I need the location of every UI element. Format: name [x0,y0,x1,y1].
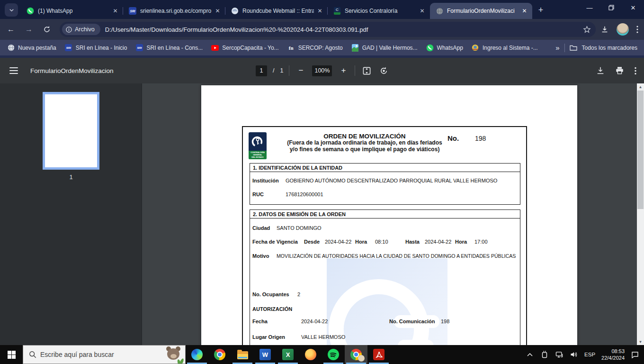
tab-close-icon[interactable]: ✕ [111,7,119,15]
forward-button[interactable]: → [22,22,36,36]
form-subtitle-2: y/o fines de semana o que implique el pa… [272,146,457,153]
file-scheme-chip[interactable]: Archivo [62,24,100,35]
tray-volume-icon[interactable] [570,350,578,359]
taskbar-excel[interactable]: X [277,345,299,364]
tab-search-button[interactable] [5,3,18,17]
bookmarks-overflow-button[interactable]: » [555,44,559,52]
tray-language[interactable]: ESP [584,352,595,357]
maximize-button[interactable] [600,0,622,15]
bookmark-sercop-agosto[interactable]: fn SERCOP: Agosto [283,42,347,54]
taskbar-firefox[interactable] [299,345,322,364]
pdf-download-icon[interactable] [596,66,605,75]
bookmarks-right: » Todos los marcadores [555,44,644,52]
bookmark-sri-inicio[interactable]: SRI SRI en Línea - Inicio [61,42,132,54]
taskbar-chrome[interactable] [208,345,231,364]
taskbar-file-explorer[interactable] [231,345,254,364]
ruc-label: RUC [252,191,264,197]
tab-close-icon[interactable]: ✕ [214,7,222,15]
desde-value: 2024-04-22 [325,239,351,245]
bookmark-ingreso-sistema[interactable]: Ingreso al Sistema -... [467,42,542,54]
taskbar-word[interactable]: W [254,345,277,364]
reload-button[interactable] [40,22,54,36]
section-datos-emision: 2. DATOS DE EMISIÓN DE LA ORDEN Ciudad S… [250,209,520,345]
globe-icon [436,7,443,15]
close-window-button[interactable]: ✕ [622,0,644,15]
taskbar-acrobat[interactable] [367,345,390,364]
tray-chevron-up-icon[interactable] [526,350,534,359]
tray-network-icon[interactable] [555,350,564,359]
fit-page-icon [362,66,371,75]
bookmark-gad-valle-hermoso[interactable]: GAD | Valle Hermos... [347,42,422,54]
taskbar-edge[interactable] [186,345,208,364]
taskbar-chrome-active[interactable] [345,345,367,364]
back-button[interactable]: ← [4,22,18,36]
tab-close-icon[interactable]: ✕ [418,7,426,15]
ciudad-value: SANTO DOMINGO [277,225,322,231]
hora2-label: Hora [455,239,467,245]
scrollbar-thumb[interactable] [637,91,644,209]
comunicacion-value: 198 [441,318,449,324]
page-number-input[interactable]: 1 [256,65,267,76]
tab-sri[interactable]: SRI srienlinea.sri.gob.ec/compro ✕ [123,3,225,19]
ocupantes-label: No. Ocupantes [252,291,289,297]
folder-icon [570,44,577,52]
address-right-actions [600,23,638,36]
zoom-out-button[interactable]: − [295,65,306,76]
profile-badge [358,355,365,362]
page-thumbnail[interactable] [43,92,99,170]
bookmark-whatsapp[interactable]: WhatsApp [422,42,467,54]
tab-contraloria[interactable]: C Servicios Contraloría ✕ [328,3,430,19]
tab-formulario-active[interactable]: FormularioOrdenMovilizaci ✕ [430,3,532,19]
all-bookmarks-button[interactable]: Todos los marcadores [582,45,637,51]
chrome-icon [214,349,225,360]
bookmark-label: Ingreso al Sistema -... [483,45,538,51]
bookmark-star-icon[interactable] [583,26,591,34]
start-button[interactable] [0,345,23,364]
new-tab-button[interactable]: + [534,3,547,17]
tab-close-icon[interactable]: ✕ [316,7,324,15]
tab-label: srienlinea.sri.gob.ec/compro [140,8,212,14]
restore-icon [608,5,614,10]
tab-whatsapp[interactable]: (1) WhatsApp ✕ [21,3,123,19]
form-number-value: 198 [475,135,486,142]
tab-roundcube[interactable]: Roundcube Webmail :: Entra ✕ [225,3,328,19]
profile-avatar[interactable] [617,23,629,36]
page-separator: / [273,67,274,74]
bookmark-sri-consultas[interactable]: SRI SRI en Línea - Cons... [131,42,207,54]
tray-device-icon[interactable] [540,350,549,359]
pdf-more-icon[interactable] [635,67,636,75]
bookmark-sercopcapacita[interactable]: SercopCapacita - Yo... [207,42,283,54]
sri-icon: SRI [135,44,143,52]
chip-label: Archivo [75,26,95,33]
pdf-menu-icon[interactable] [9,67,18,74]
form-title-block: ORDEN DE MOVILIZACIÓN (Fuera de la jorna… [272,133,457,153]
search-daily-animal-image[interactable] [163,346,185,364]
rotate-button[interactable] [378,65,389,76]
zoom-in-button[interactable]: + [338,65,349,76]
bookmark-label: SRI en Línea - Cons... [146,45,203,51]
tab-label: Servicios Contraloría [345,8,416,14]
pdf-print-icon[interactable] [615,66,624,75]
tray-clock[interactable]: 08:53 22/4/2024 [601,348,625,361]
tab-close-icon[interactable]: ✕ [520,7,528,15]
scroll-down-arrow[interactable]: ▼ [637,338,644,345]
notification-center-icon[interactable] [631,350,639,359]
scroll-up-arrow[interactable]: ▲ [637,83,644,90]
toolbar-divider [355,65,355,76]
taskbar-spotify[interactable] [322,345,345,364]
screen: (1) WhatsApp ✕ SRI srienlinea.sri.gob.ec… [0,0,644,364]
fit-page-button[interactable] [361,65,372,76]
spotify-icon [328,349,339,360]
chevron-down-icon [9,8,14,13]
taskbar-search[interactable] [23,345,186,364]
search-input[interactable] [40,351,140,358]
taskbar-apps: W X [186,345,390,364]
zoom-level-input[interactable]: 100% [312,65,332,76]
bookmark-nueva-pestana[interactable]: Nueva pestaña [3,42,61,54]
minimize-button[interactable]: — [579,0,600,15]
vertical-scrollbar[interactable]: ▲ ▼ [637,83,644,345]
browser-menu-icon[interactable] [636,26,638,33]
downloads-icon[interactable] [600,25,609,34]
section2-title: 2. DATOS DE EMISIÓN DE LA ORDEN [250,210,520,218]
omnibox[interactable]: Archivo D:/Users/Master/Downloads/Formul… [60,22,596,37]
